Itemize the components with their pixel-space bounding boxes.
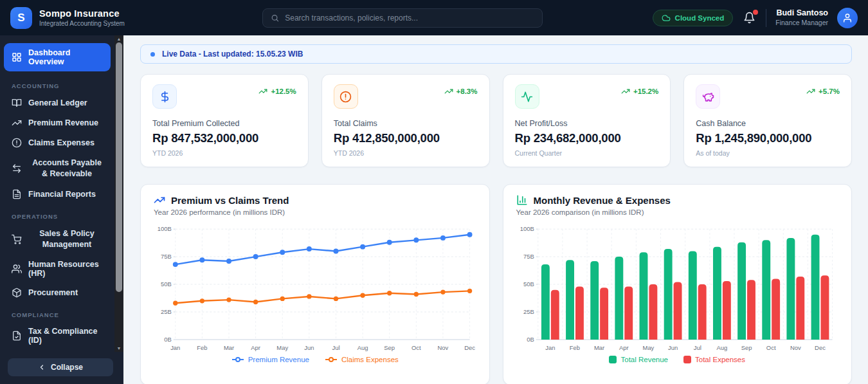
svg-text:Aug: Aug	[357, 344, 368, 351]
sidebar-item-financial-reports[interactable]: Financial Reports	[0, 185, 111, 204]
line-chart-legend: Premium RevenueClaims Expenses	[154, 356, 476, 363]
users-icon	[12, 264, 22, 274]
scrollbar-up-arrow[interactable]: ▲	[114, 35, 123, 42]
sidebar-item-sales-policy-management[interactable]: Sales & Policy Management	[0, 224, 111, 255]
svg-text:50B: 50B	[161, 280, 172, 288]
stat-label: Total Premium Collected	[152, 119, 296, 128]
svg-text:50B: 50B	[523, 280, 534, 288]
line-chart-icon	[154, 194, 165, 206]
legend-label: Total Expenses	[695, 356, 745, 363]
svg-text:Jul: Jul	[332, 344, 339, 351]
scrollbar-thumb[interactable]	[116, 42, 122, 292]
sidebar-item-label: Claims Expenses	[28, 138, 95, 147]
sidebar-scrollbar[interactable]: ▲ ▼	[114, 35, 123, 352]
bar-chart-icon	[516, 194, 528, 206]
user-info: Budi Santoso Finance Manager	[775, 8, 828, 27]
sidebar-item-general-ledger[interactable]: General Ledger	[0, 93, 111, 113]
stat-period: Current Quarter	[515, 149, 659, 157]
sidebar-section-accounting: ACCOUNTING	[0, 74, 111, 93]
notification-bell-button[interactable]	[742, 10, 757, 25]
sidebar-item-procurement[interactable]: Procurement	[0, 283, 111, 302]
chart-title: Premium vs Claims Trend	[171, 195, 289, 206]
trending-up-icon	[12, 118, 22, 128]
sidebar-item-accounts-payable-receivable[interactable]: Accounts Payable & Receivable	[0, 153, 111, 184]
legend-swatch	[683, 356, 691, 363]
trending-up-icon	[621, 87, 630, 96]
svg-text:Apr: Apr	[619, 344, 628, 351]
stat-delta: +5.7%	[806, 87, 840, 96]
sidebar-item-premium-revenue[interactable]: Premium Revenue	[0, 113, 111, 133]
legend-item: Claims Expenses	[325, 356, 399, 363]
stat-label: Cash Balance	[696, 119, 840, 128]
svg-text:Feb: Feb	[569, 344, 579, 351]
collapse-button[interactable]: Collapse	[8, 358, 113, 376]
topbar-divider	[766, 9, 766, 27]
user-name: Budi Santoso	[775, 8, 828, 19]
legend-item: Total Expenses	[683, 356, 745, 363]
stat-period: YTD 2026	[152, 149, 296, 157]
search-icon	[271, 14, 279, 23]
legend-item: Total Revenue	[609, 356, 668, 363]
svg-text:0B: 0B	[164, 336, 172, 343]
sidebar-item-label: Dashboard Overview	[28, 48, 105, 66]
stat-card-total-claims: +8.3% Total Claims Rp 412,850,000,000 YT…	[321, 74, 490, 167]
sidebar-item-label: General Ledger	[28, 98, 87, 107]
bar-chart-canvas: 0B25B50B75B100BJanFebMarAprMayJunJulAugS…	[516, 221, 839, 355]
sidebar-item-tax-compliance[interactable]: Tax & Compliance (ID)	[0, 322, 111, 349]
user-role: Finance Manager	[775, 19, 828, 27]
svg-text:May: May	[276, 344, 288, 351]
main-content: Live Data - Last updated: 15.05.23 WIB +…	[123, 35, 868, 384]
svg-text:Jan: Jan	[170, 344, 180, 351]
svg-text:Oct: Oct	[411, 344, 421, 351]
collapse-label: Collapse	[51, 363, 83, 372]
avatar[interactable]	[837, 8, 858, 28]
sidebar-nav: Dashboard Overview ACCOUNTING General Le…	[0, 35, 123, 352]
svg-text:Jun: Jun	[667, 344, 677, 351]
svg-text:75B: 75B	[523, 253, 534, 260]
brand: S Sompo Insurance Integrated Accounting …	[10, 7, 134, 29]
sidebar-item-label: Tax & Compliance (ID)	[28, 327, 105, 345]
stat-delta: +8.3%	[444, 87, 478, 96]
sidebar-item-human-resources[interactable]: Human Resources (HR)	[0, 255, 111, 282]
chart-subtitle: Year 2026 performance (in millions IDR)	[154, 208, 476, 216]
live-data-text: Live Data - Last updated: 15.05.23 WIB	[162, 50, 303, 59]
stat-value: Rp 234,682,000,000	[515, 131, 659, 145]
brand-subtitle: Integrated Accounting System	[39, 20, 125, 27]
svg-text:Jun: Jun	[304, 344, 314, 351]
activity-icon	[515, 84, 539, 109]
stat-period: As of today	[696, 149, 840, 157]
chart-title: Monthly Revenue & Expenses	[534, 195, 671, 206]
scrollbar-down-arrow[interactable]: ▼	[114, 345, 123, 352]
svg-text:0B: 0B	[527, 336, 534, 343]
brand-initial: S	[17, 12, 24, 24]
cloud-icon	[662, 14, 671, 23]
brand-name: Sompo Insurance	[39, 8, 125, 19]
search-bar[interactable]	[262, 8, 543, 28]
sidebar-section-compliance: COMPLIANCE	[0, 303, 111, 322]
stat-delta: +12.5%	[258, 87, 296, 96]
svg-text:Apr: Apr	[251, 344, 260, 351]
cloud-synced-badge: Cloud Synced	[653, 10, 734, 26]
svg-text:25B: 25B	[523, 308, 534, 315]
legend-item: Premium Revenue	[231, 356, 309, 363]
piggy-bank-icon	[696, 84, 720, 109]
stat-value: Rp 847,532,000,000	[152, 131, 296, 145]
svg-text:Mar: Mar	[594, 344, 604, 351]
svg-text:Sep: Sep	[384, 344, 395, 351]
svg-text:May: May	[642, 344, 654, 351]
search-input[interactable]	[285, 14, 534, 23]
svg-text:Jan: Jan	[545, 344, 555, 351]
stats-row: +12.5% Total Premium Collected Rp 847,53…	[140, 74, 852, 167]
stat-label: Net Profit/Loss	[515, 119, 659, 128]
sidebar-item-label: Human Resources (HR)	[28, 260, 105, 278]
legend-line-marker	[325, 356, 338, 363]
chart-subtitle: Year 2026 comparison (in millions IDR)	[516, 208, 839, 216]
file-check-icon	[12, 331, 22, 341]
sidebar-item-claims-expenses[interactable]: Claims Expenses	[0, 133, 111, 152]
sidebar-item-label: Sales & Policy Management	[28, 228, 105, 250]
trending-up-icon	[444, 87, 453, 96]
svg-text:75B: 75B	[161, 253, 172, 260]
legend-line-marker	[231, 356, 244, 363]
cloud-synced-label: Cloud Synced	[675, 14, 725, 22]
sidebar-item-dashboard-overview[interactable]: Dashboard Overview	[4, 43, 111, 71]
